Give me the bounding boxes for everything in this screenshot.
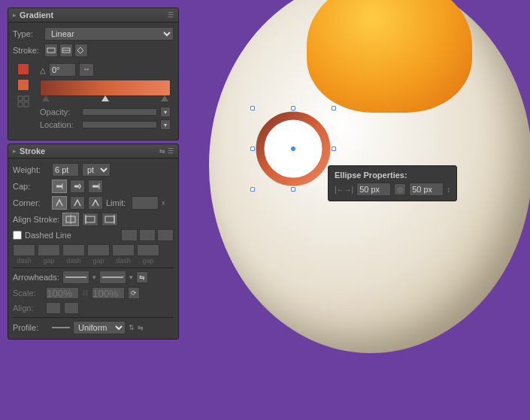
- align-label: Align:: [13, 304, 43, 313]
- svg-rect-1: [47, 48, 55, 53]
- svg-rect-7: [24, 102, 29, 107]
- profile-flip-icon-2[interactable]: ⇆: [138, 324, 144, 331]
- ellipse-properties-popup: Ellipse Properties: |←→| ⊙ ↕: [328, 165, 457, 201]
- handle-bottom-left[interactable]: [250, 187, 255, 192]
- profile-flip-icon[interactable]: ⇅: [129, 324, 135, 331]
- cap-btn-butt[interactable]: [52, 180, 67, 193]
- orange-shape: [307, 0, 472, 113]
- gap-group-2: gap: [87, 244, 110, 264]
- gradient-swatch-red[interactable]: [17, 63, 29, 75]
- cap-btn-projecting[interactable]: [88, 180, 103, 193]
- scale-input-1[interactable]: [46, 287, 79, 299]
- chain-icon: ⛓: [82, 289, 89, 297]
- align-arrow-btn-1[interactable]: [46, 302, 61, 314]
- stroke-icon-btn-3[interactable]: [74, 44, 88, 57]
- gap-input-2[interactable]: [87, 244, 110, 256]
- svg-rect-4: [18, 96, 23, 101]
- svg-rect-15: [86, 216, 95, 222]
- dash-opt-1[interactable]: [121, 229, 138, 241]
- location-slider[interactable]: [82, 121, 157, 128]
- weight-input[interactable]: [52, 163, 79, 177]
- gradient-type-label: Type:: [13, 29, 41, 38]
- limit-x-icon[interactable]: x: [162, 199, 165, 207]
- dash-opt-3[interactable]: [157, 229, 174, 241]
- stroke-panel-header[interactable]: ▸ Stroke ⇆ ☰: [8, 144, 178, 159]
- opacity-label: Opacity:: [40, 107, 79, 116]
- dashed-checkbox[interactable]: [13, 231, 22, 240]
- selected-ellipse-container[interactable]: [256, 111, 331, 186]
- svg-rect-6: [18, 102, 23, 107]
- dash-group-2: dash: [62, 244, 85, 264]
- arrow-preview-right[interactable]: [99, 270, 126, 284]
- gradient-grid-icon: [17, 95, 29, 107]
- corner-btn-round[interactable]: [70, 196, 85, 210]
- angle-input[interactable]: [49, 63, 76, 77]
- dash-input-2[interactable]: [62, 244, 85, 256]
- gradient-stop-right[interactable]: [161, 95, 168, 101]
- arrowhead-left-dropdown[interactable]: ▾: [92, 273, 96, 281]
- gradient-panel-header[interactable]: ▸ Gradient ☰: [8, 8, 178, 23]
- profile-label: Profile:: [13, 323, 49, 332]
- link-proportions-icon[interactable]: ⊙: [394, 183, 406, 195]
- dash-input-3[interactable]: [112, 244, 135, 256]
- corner-btn-miter[interactable]: [52, 196, 67, 210]
- stroke-collapse-arrow[interactable]: ▸: [13, 147, 17, 155]
- stroke-icon-btn-1[interactable]: [44, 44, 58, 57]
- stroke-corner-row: Corner: Limit: x: [13, 196, 174, 210]
- corner-btn-bevel[interactable]: [88, 196, 103, 210]
- gap-input-3[interactable]: [137, 244, 159, 256]
- dash-opt-2[interactable]: [139, 229, 156, 241]
- svg-rect-5: [24, 96, 29, 101]
- dash-sublabel-2: dash: [66, 257, 81, 264]
- stroke-icon-btn-2[interactable]: [59, 44, 73, 57]
- gradient-stop-center[interactable]: [101, 95, 109, 101]
- handle-top-mid[interactable]: [291, 106, 295, 110]
- handle-top-left[interactable]: [250, 106, 255, 110]
- gradient-opacity-row: Opacity: ▾: [40, 107, 171, 117]
- stroke-expand-icon[interactable]: ⇆: [159, 147, 165, 155]
- align-center-btn[interactable]: [62, 213, 79, 226]
- gap-input-1[interactable]: [38, 244, 60, 256]
- stroke-panel-menu-icon[interactable]: ☰: [168, 147, 174, 155]
- arrow-preview-left[interactable]: [62, 270, 89, 284]
- ellipse-width-input[interactable]: [356, 183, 391, 196]
- handle-mid-left[interactable]: [250, 147, 255, 151]
- limit-input[interactable]: [132, 196, 159, 210]
- handle-top-right[interactable]: [332, 106, 336, 110]
- gradient-bar[interactable]: [40, 80, 171, 96]
- scale-sync-icon[interactable]: ⟳: [128, 287, 140, 299]
- gradient-angle-row: △ ↔: [40, 63, 171, 77]
- arrowhead-swap-btn[interactable]: ⇆: [136, 271, 148, 283]
- gradient-collapse-arrow[interactable]: ▸: [13, 11, 17, 19]
- dash-group-1: dash: [13, 244, 35, 264]
- align-inside-btn[interactable]: [82, 213, 98, 226]
- left-panels: ▸ Gradient ☰ Type: Linear Radial Stroke:: [8, 8, 179, 343]
- gradient-stroke-row: Stroke:: [13, 44, 174, 57]
- weight-label: Weight:: [13, 165, 49, 174]
- dash-fields: dash gap dash gap: [13, 244, 174, 264]
- gradient-panel-title: Gradient: [20, 11, 53, 20]
- gradient-stop-left[interactable]: [42, 95, 50, 101]
- scale-input-2[interactable]: [92, 287, 125, 299]
- gradient-location-row: Location: ▾: [40, 119, 171, 130]
- reverse-btn[interactable]: ↔: [79, 63, 94, 77]
- arrowhead-right-dropdown[interactable]: ▾: [129, 273, 133, 281]
- cap-btn-round[interactable]: [70, 180, 85, 193]
- handle-bottom-mid[interactable]: [291, 187, 295, 192]
- align-arrow-btn-2[interactable]: [64, 302, 79, 314]
- align-outside-btn[interactable]: [101, 213, 118, 226]
- handle-mid-right[interactable]: [332, 147, 336, 151]
- gradient-swatch-orange[interactable]: [17, 79, 29, 91]
- opacity-dropdown-arrow[interactable]: ▾: [160, 107, 171, 117]
- location-dropdown-arrow[interactable]: ▾: [160, 119, 171, 130]
- weight-select[interactable]: pt px: [82, 163, 111, 177]
- dash-input-1[interactable]: [13, 244, 35, 256]
- angle-icon: △: [40, 66, 46, 74]
- profile-select[interactable]: Uniform Width Profile 1: [73, 321, 126, 334]
- ellipse-height-input[interactable]: [409, 183, 444, 196]
- corner-label: Corner:: [13, 198, 49, 207]
- gradient-type-select[interactable]: Linear Radial: [44, 27, 174, 41]
- opacity-slider[interactable]: [82, 108, 157, 116]
- gradient-panel-menu-icon[interactable]: ☰: [168, 11, 174, 19]
- gap-sublabel-1: gap: [43, 257, 54, 264]
